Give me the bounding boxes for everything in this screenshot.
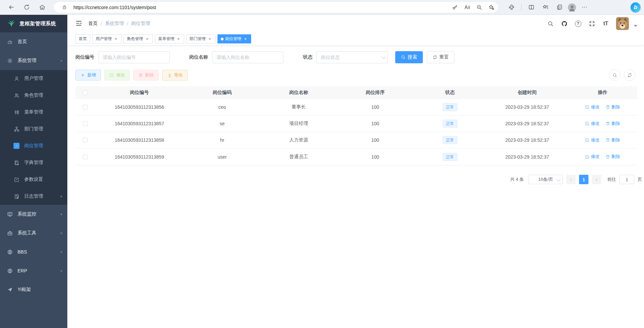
split-screen-icon[interactable] bbox=[526, 2, 537, 13]
sidebar-item-dictionary-management[interactable]: 字典管理 bbox=[0, 154, 67, 171]
reload-icon[interactable] bbox=[21, 2, 32, 13]
close-icon[interactable]: × bbox=[113, 37, 118, 41]
toolbox-icon bbox=[7, 230, 13, 236]
sidebar-item-user-management[interactable]: 用户管理 bbox=[0, 70, 67, 87]
table-row[interactable]: 1641030593112313857 se 项目经理 100 正常 2023-… bbox=[75, 116, 637, 132]
row-edit-link[interactable]: 修改 bbox=[585, 121, 600, 127]
row-edit-link[interactable]: 修改 bbox=[585, 137, 600, 143]
user-menu-caret-icon[interactable] bbox=[634, 25, 637, 27]
zoom-out-icon[interactable] bbox=[474, 2, 484, 12]
row-edit-link[interactable]: 修改 bbox=[585, 154, 600, 160]
breadcrumb-home[interactable]: 首页 bbox=[88, 21, 98, 27]
search-icon[interactable] bbox=[545, 18, 556, 29]
status-select-input[interactable] bbox=[316, 51, 388, 63]
fullscreen-icon[interactable] bbox=[586, 18, 597, 29]
help-icon[interactable]: ? bbox=[573, 18, 583, 29]
globe-icon bbox=[7, 249, 13, 255]
tab-post-management[interactable]: 岗位管理 × bbox=[217, 34, 251, 43]
goto-page-input[interactable] bbox=[619, 175, 634, 184]
sidebar-item-system-management[interactable]: 系统管理 ∧ bbox=[0, 51, 67, 70]
add-favorite-icon[interactable] bbox=[486, 2, 496, 12]
collections-icon[interactable] bbox=[554, 2, 565, 13]
screen: https://ccnetcore.com:1101/system/post b bbox=[0, 0, 644, 328]
post-name-label: 岗位名称 bbox=[189, 54, 208, 60]
page-number-button[interactable]: 1 bbox=[579, 175, 588, 184]
status-badge: 正常 bbox=[443, 136, 457, 144]
home-icon[interactable] bbox=[36, 2, 48, 13]
more-options-icon[interactable] bbox=[579, 2, 590, 13]
back-icon[interactable] bbox=[5, 2, 17, 13]
dog-avatar-image bbox=[616, 17, 629, 30]
browser-profile-avatar[interactable] bbox=[568, 3, 576, 11]
search-button[interactable]: 搜索 bbox=[395, 51, 423, 63]
delete-button[interactable]: 删除 bbox=[133, 70, 159, 80]
extensions-icon[interactable] bbox=[506, 2, 517, 13]
sidebar-item-log-management[interactable]: 日志管理 ∨ bbox=[0, 188, 67, 205]
collapse-sidebar-icon[interactable] bbox=[75, 20, 82, 28]
sidebar-item-home[interactable]: 首页 bbox=[0, 32, 67, 51]
next-page-button[interactable]: › bbox=[592, 175, 601, 184]
page-size-select[interactable]: 10条/页 bbox=[529, 175, 563, 184]
row-edit-link[interactable]: 修改 bbox=[585, 104, 600, 110]
sidebar-item-yi-framework[interactable]: Yi框架 bbox=[0, 280, 67, 299]
reset-button[interactable]: 重置 bbox=[427, 51, 454, 63]
close-icon[interactable]: × bbox=[145, 37, 149, 41]
edit-icon bbox=[585, 155, 589, 159]
row-delete-link[interactable]: 删除 bbox=[606, 121, 620, 127]
sidebar-item-bbs[interactable]: BBS ∨ bbox=[0, 242, 67, 261]
tab-role-management[interactable]: 角色管理 × bbox=[124, 34, 153, 43]
add-button[interactable]: 新增 bbox=[75, 70, 101, 80]
row-checkbox[interactable] bbox=[83, 105, 88, 109]
refresh-table-button[interactable] bbox=[624, 69, 635, 81]
read-aloud-icon[interactable] bbox=[462, 2, 472, 12]
row-delete-link[interactable]: 删除 bbox=[606, 104, 620, 110]
pagination: 共 4 条 10条/页 ‹ 1 › 前往 页 bbox=[75, 175, 642, 184]
breadcrumb-system[interactable]: 系统管理 bbox=[105, 21, 124, 27]
close-icon[interactable]: × bbox=[243, 37, 248, 41]
post-name-input[interactable] bbox=[212, 51, 283, 63]
breadcrumb: 首页 / 系统管理 / 岗位管理 bbox=[88, 21, 150, 27]
font-size-icon[interactable]: tT bbox=[600, 18, 611, 29]
password-key-icon[interactable] bbox=[450, 2, 460, 12]
table-row[interactable]: 1641030593112313858 hr 人力资源 100 正常 2023-… bbox=[75, 132, 637, 149]
row-delete-link[interactable]: 删除 bbox=[606, 154, 620, 160]
download-icon bbox=[167, 73, 172, 77]
system-submenu: 用户管理 角色管理 菜单管理 部门管理 bbox=[0, 70, 67, 205]
tab-user-management[interactable]: 用户管理 × bbox=[92, 34, 122, 43]
close-icon[interactable]: × bbox=[176, 37, 181, 41]
status-select[interactable] bbox=[316, 51, 388, 63]
post-code-label: 岗位编号 bbox=[75, 54, 94, 60]
edit-button[interactable]: 修改 bbox=[104, 70, 130, 80]
chevron-down-icon: ∨ bbox=[60, 212, 63, 216]
select-all-checkbox[interactable] bbox=[83, 90, 88, 95]
github-icon[interactable] bbox=[559, 18, 570, 29]
sidebar-item-post-management[interactable]: 岗位管理 bbox=[0, 137, 67, 154]
tab-department-management[interactable]: 部门管理 × bbox=[186, 34, 215, 43]
sidebar-item-erp[interactable]: ERP ∨ bbox=[0, 261, 67, 280]
sidebar-item-role-management[interactable]: 角色管理 bbox=[0, 87, 67, 104]
sidebar-item-system-monitor[interactable]: 系统监控 ∨ bbox=[0, 205, 67, 224]
row-checkbox[interactable] bbox=[83, 121, 88, 126]
row-checkbox[interactable] bbox=[83, 138, 88, 142]
sidebar-item-parameter-settings[interactable]: 参数设置 bbox=[0, 171, 67, 188]
chevron-up-icon: ∧ bbox=[60, 59, 63, 62]
sidebar-item-department-management[interactable]: 部门管理 bbox=[0, 121, 67, 137]
favorites-icon[interactable] bbox=[540, 2, 551, 13]
table-row[interactable]: 1641030593112313859 user 普通员工 100 正常 202… bbox=[75, 149, 637, 165]
prev-page-button[interactable]: ‹ bbox=[566, 175, 576, 184]
post-code-input[interactable] bbox=[98, 51, 170, 63]
row-checkbox[interactable] bbox=[83, 155, 88, 159]
row-delete-link[interactable]: 删除 bbox=[606, 137, 620, 143]
copilot-bing-icon[interactable]: b bbox=[631, 2, 641, 12]
user-avatar[interactable] bbox=[616, 17, 629, 30]
tab-home[interactable]: 首页 bbox=[75, 34, 90, 43]
close-icon[interactable]: × bbox=[207, 37, 212, 41]
sidebar-item-system-tools[interactable]: 系统工具 ∨ bbox=[0, 224, 67, 242]
export-button[interactable]: 导出 bbox=[162, 70, 188, 80]
table-row[interactable]: 1641030593112313856 ceo 董事长 100 正常 2023-… bbox=[75, 99, 637, 116]
address-bar[interactable]: https://ccnetcore.com:1101/system/post bbox=[54, 2, 498, 13]
tab-menu-management[interactable]: 菜单管理 × bbox=[155, 34, 184, 43]
toolbar-divider bbox=[521, 4, 521, 11]
sidebar-item-menu-management[interactable]: 菜单管理 bbox=[0, 104, 67, 121]
show-search-button[interactable] bbox=[609, 69, 620, 81]
